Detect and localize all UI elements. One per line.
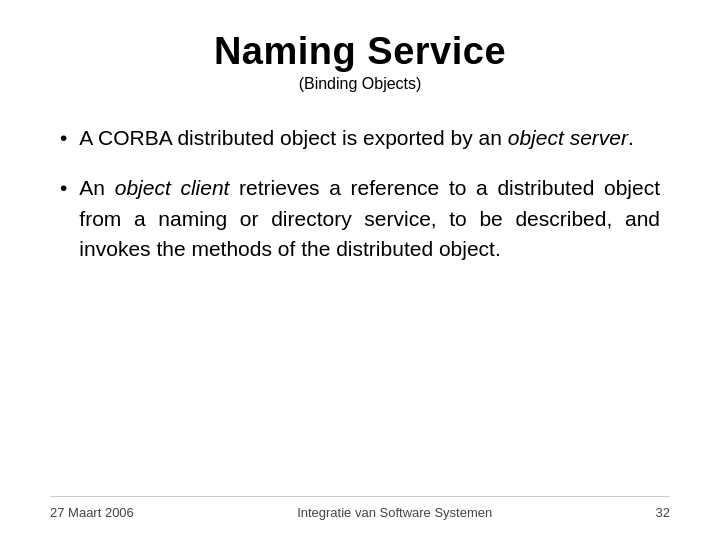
bullet-dot-2: • (60, 173, 67, 203)
footer-page-number: 32 (656, 505, 670, 520)
bullet-text-2: An object client retrieves a reference t… (79, 173, 660, 264)
bullet-item-2: • An object client retrieves a reference… (60, 173, 660, 264)
slide: Naming Service (Binding Objects) • A COR… (0, 0, 720, 540)
footer-date: 27 Maart 2006 (50, 505, 134, 520)
bullet-text-1: A CORBA distributed object is exported b… (79, 123, 660, 153)
title-area: Naming Service (Binding Objects) (50, 30, 670, 93)
subtitle: (Binding Objects) (50, 75, 670, 93)
main-title: Naming Service (50, 30, 670, 73)
bullet-dot-1: • (60, 123, 67, 153)
bullet-item-1: • A CORBA distributed object is exported… (60, 123, 660, 153)
footer-center: Integratie van Software Systemen (297, 505, 492, 520)
content-area: • A CORBA distributed object is exported… (50, 123, 670, 496)
footer: 27 Maart 2006 Integratie van Software Sy… (50, 496, 670, 520)
